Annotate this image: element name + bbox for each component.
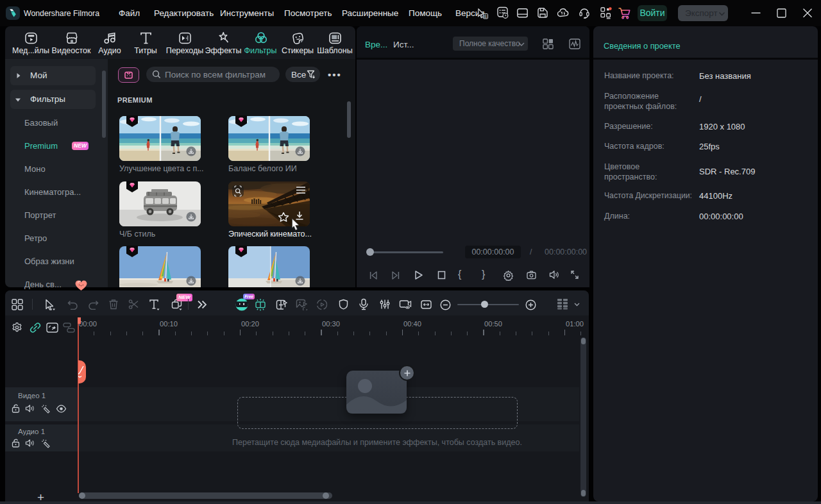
svg-text:B: B: [484, 14, 487, 19]
